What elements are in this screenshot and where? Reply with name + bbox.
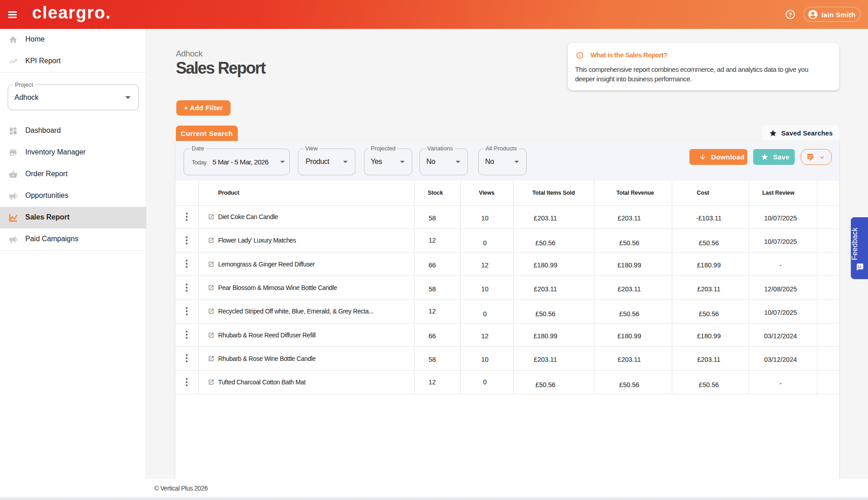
svg-text:?: ? bbox=[788, 12, 792, 18]
